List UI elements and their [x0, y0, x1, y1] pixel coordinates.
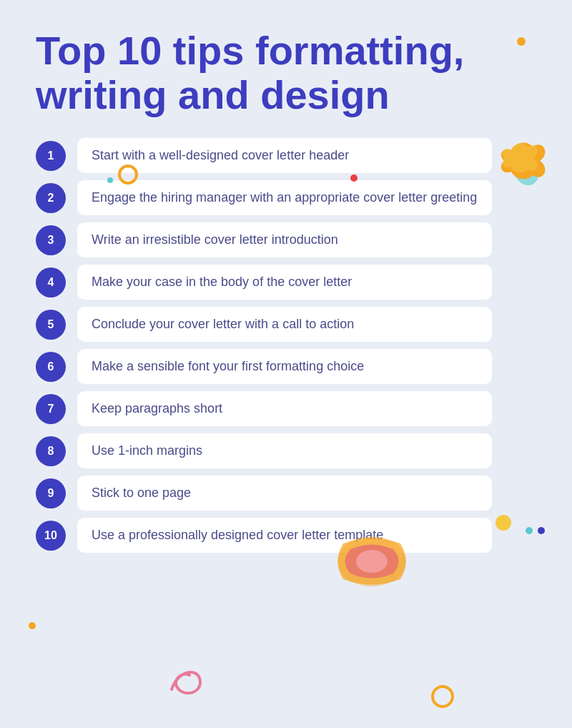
number-badge: 1 — [36, 141, 66, 171]
list-item: 9Stick to one page — [36, 476, 536, 511]
list-item: 5Conclude your cover letter with a call … — [36, 307, 536, 342]
deco-yellow-circle — [495, 515, 511, 531]
deco-pink-swirl — [164, 661, 207, 699]
item-text[interactable]: Use a professionally designed cover lett… — [77, 518, 492, 553]
number-badge: 5 — [36, 310, 66, 340]
item-text[interactable]: Engage the hiring manager with an approp… — [77, 180, 492, 215]
page-container: Top 10 tips formatting, writing and desi… — [0, 0, 572, 728]
item-text[interactable]: Start with a well-designed cover letter … — [77, 138, 492, 173]
number-badge: 9 — [36, 478, 66, 508]
item-text[interactable]: Keep paragraphs short — [77, 391, 492, 426]
deco-orange-bird — [493, 132, 551, 192]
number-badge: 2 — [36, 183, 66, 213]
deco-dark-dot — [538, 527, 545, 534]
item-text[interactable]: Stick to one page — [77, 476, 492, 511]
list-item: 3Write an irresistible cover letter intr… — [36, 222, 536, 257]
list-item: 6Make a sensible font your first formatt… — [36, 349, 536, 384]
deco-orange-outline-bottom — [431, 685, 454, 708]
list-item: 2Engage the hiring manager with an appro… — [36, 180, 536, 215]
list-item: 1Start with a well-designed cover letter… — [36, 138, 536, 173]
deco-red-dot — [350, 174, 358, 182]
page-title: Top 10 tips formatting, writing and desi… — [36, 29, 536, 117]
deco-orange-outline-circle — [118, 164, 138, 185]
deco-orange-top-dot — [517, 37, 526, 46]
item-text[interactable]: Use 1-inch margins — [77, 433, 492, 468]
number-badge: 7 — [36, 394, 66, 424]
item-text[interactable]: Make your case in the body of the cover … — [77, 265, 492, 300]
number-badge: 3 — [36, 225, 66, 255]
number-badge: 10 — [36, 521, 66, 551]
number-badge: 4 — [36, 267, 66, 297]
deco-blue-dot — [526, 527, 533, 534]
item-text[interactable]: Make a sensible font your first formatti… — [77, 349, 492, 384]
list-item: 4Make your case in the body of the cover… — [36, 265, 536, 300]
item-text[interactable]: Write an irresistible cover letter intro… — [77, 222, 492, 257]
list-item: 8Use 1-inch margins — [36, 433, 536, 468]
item-text[interactable]: Conclude your cover letter with a call t… — [77, 307, 492, 342]
list-item: 7Keep paragraphs short — [36, 391, 536, 426]
deco-orange-dot-left — [29, 622, 36, 629]
number-badge: 6 — [36, 352, 66, 382]
svg-point-2 — [356, 550, 388, 573]
deco-candy-shape — [329, 529, 415, 596]
list-item: 10Use a professionally designed cover le… — [36, 518, 536, 553]
number-badge: 8 — [36, 436, 66, 466]
deco-teal-top-dot — [107, 177, 113, 183]
tips-list: 1Start with a well-designed cover letter… — [36, 138, 536, 553]
